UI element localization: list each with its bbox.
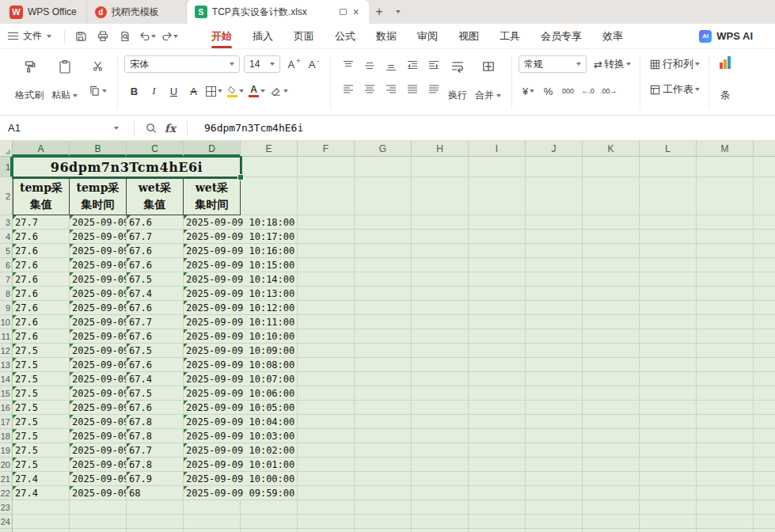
new-tab-button[interactable]: + (369, 0, 389, 24)
cell-L4[interactable] (697, 230, 754, 244)
decrease-decimal-button[interactable]: .00→ (598, 82, 620, 101)
cell-F21[interactable] (355, 472, 412, 486)
cell-M7[interactable] (754, 272, 775, 287)
cell-I5[interactable] (526, 244, 583, 258)
align-bottom-button[interactable] (381, 57, 401, 75)
cell-L24[interactable] (640, 515, 697, 529)
row-header-21[interactable]: 21 (0, 472, 13, 486)
row-header-20[interactable]: 20 (0, 458, 13, 472)
decrease-indent-button[interactable] (402, 57, 422, 75)
cell-B6[interactable]: 2025-09-09 10:15:00 (70, 258, 127, 272)
cell-B11[interactable]: 2025-09-09 10:10:00 (70, 329, 127, 344)
cell-A3[interactable]: 27.7 (13, 215, 70, 230)
cell-B5[interactable]: 2025-09-09 10:16:00 (70, 244, 127, 258)
header-cell-C2[interactable]: wet采 集值 (127, 177, 184, 215)
cell-J7[interactable] (583, 272, 640, 287)
cell-A6[interactable]: 27.6 (13, 258, 70, 272)
cell-A14[interactable]: 27.5 (13, 372, 70, 386)
row-header-10[interactable]: 10 (0, 315, 13, 329)
cell-F17[interactable] (355, 415, 412, 429)
cell-I7[interactable] (526, 272, 583, 287)
cell-H1[interactable] (412, 157, 469, 177)
tab-close-icon[interactable]: × (351, 6, 361, 17)
row-header-25[interactable]: 25 (0, 529, 13, 532)
cell-D15[interactable]: 2025-09-09 10:06:00 (184, 386, 298, 401)
cell-L18[interactable] (697, 429, 754, 443)
cell-C23[interactable] (127, 500, 184, 515)
cell-L8[interactable] (697, 287, 754, 301)
cell-H8[interactable] (469, 287, 526, 301)
cell-A13[interactable]: 27.5 (13, 358, 70, 372)
cell-E24[interactable] (241, 515, 298, 529)
cell-K21[interactable] (640, 472, 697, 486)
cell-H23[interactable] (412, 500, 469, 515)
cell-K13[interactable] (640, 358, 697, 372)
cell-M2[interactable] (697, 177, 754, 215)
cell-D3[interactable]: 2025-09-09 10:18:00 (184, 215, 298, 230)
cell-G9[interactable] (412, 301, 469, 315)
cell-L23[interactable] (640, 500, 697, 515)
row-header-4[interactable]: 4 (0, 230, 13, 244)
cell-M16[interactable] (754, 401, 775, 415)
cell-A8[interactable]: 27.6 (13, 287, 70, 301)
cell-A20[interactable]: 27.5 (13, 458, 70, 472)
cell-J9[interactable] (583, 301, 640, 315)
cell-K24[interactable] (583, 515, 640, 529)
cell-F12[interactable] (355, 344, 412, 358)
row-header-8[interactable]: 8 (0, 287, 13, 301)
cell-L9[interactable] (697, 301, 754, 315)
cut-button[interactable] (86, 57, 109, 75)
cell-I24[interactable] (469, 515, 526, 529)
cell-H7[interactable] (469, 272, 526, 287)
cell-G18[interactable] (412, 429, 469, 443)
cell-H13[interactable] (469, 358, 526, 372)
header-cell-D2[interactable]: wet采 集时间 (184, 177, 241, 215)
cell-M22[interactable] (754, 486, 775, 500)
cell-J2[interactable] (526, 177, 583, 215)
cell-B12[interactable]: 2025-09-09 10:09:00 (70, 344, 127, 358)
cell-H2[interactable] (412, 177, 469, 215)
cell-I14[interactable] (526, 372, 583, 386)
cell-J11[interactable] (583, 329, 640, 344)
cell-A1-title[interactable]: 96dpm7n3Tcm4hE6i (13, 157, 241, 177)
cell-F24[interactable] (298, 515, 355, 529)
cell-C21[interactable]: 67.9 (127, 472, 184, 486)
cell-J12[interactable] (583, 344, 640, 358)
cell-I19[interactable] (526, 443, 583, 458)
cell-J20[interactable] (583, 458, 640, 472)
header-cell-A2[interactable]: temp采 集值 (13, 177, 70, 215)
decrease-font-size-button[interactable]: A- (304, 55, 324, 74)
cell-G21[interactable] (412, 472, 469, 486)
cell-I15[interactable] (526, 386, 583, 401)
cell-G6[interactable] (412, 258, 469, 272)
cell-D24[interactable] (184, 515, 241, 529)
cell-G10[interactable] (412, 315, 469, 329)
cell-L22[interactable] (697, 486, 754, 500)
cell-H4[interactable] (469, 230, 526, 244)
cell-L12[interactable] (697, 344, 754, 358)
name-box[interactable]: A1 (0, 116, 127, 140)
cell-C8[interactable]: 67.4 (127, 287, 184, 301)
format-painter-button[interactable]: 格式刷 (11, 54, 47, 104)
cell-A7[interactable]: 27.6 (13, 272, 70, 287)
font-size-select[interactable]: 14 (244, 55, 280, 73)
cell-C10[interactable]: 67.7 (127, 315, 184, 329)
cell-M6[interactable] (754, 258, 775, 272)
cell-D23[interactable] (184, 500, 241, 515)
cell-E2[interactable] (241, 177, 298, 215)
cell-E15[interactable] (298, 386, 355, 401)
cell-A10[interactable]: 27.6 (13, 315, 70, 329)
cell-E8[interactable] (298, 287, 355, 301)
cell-A16[interactable]: 27.5 (13, 401, 70, 415)
cell-E16[interactable] (298, 401, 355, 415)
cell-L2[interactable] (640, 177, 697, 215)
cell-G3[interactable] (412, 215, 469, 230)
cell-K3[interactable] (640, 215, 697, 230)
cell-D10[interactable]: 2025-09-09 10:11:00 (184, 315, 298, 329)
cell-H12[interactable] (469, 344, 526, 358)
cell-G19[interactable] (412, 443, 469, 458)
cell-J15[interactable] (583, 386, 640, 401)
cell-M10[interactable] (754, 315, 775, 329)
cell-L14[interactable] (697, 372, 754, 386)
cell-L11[interactable] (697, 329, 754, 344)
